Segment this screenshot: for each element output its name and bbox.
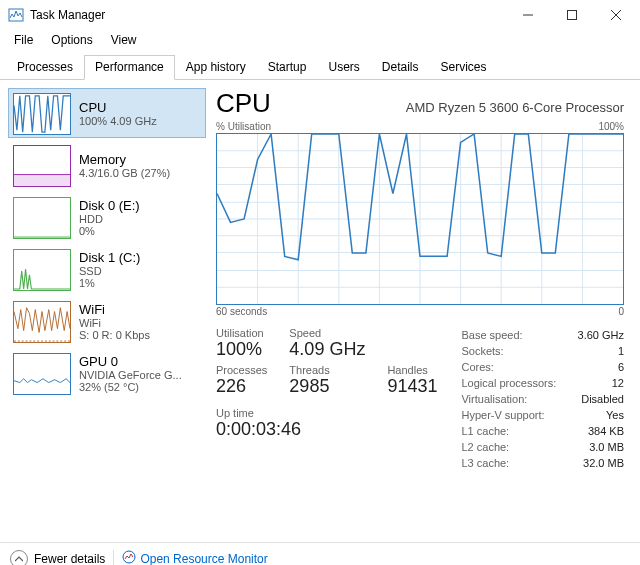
axis-bottom-right: 0 bbox=[618, 306, 624, 317]
resource-monitor-icon bbox=[122, 550, 136, 565]
cores-label: Cores: bbox=[461, 359, 493, 375]
l3-value: 32.0 MB bbox=[583, 455, 624, 471]
util-value: 100% bbox=[216, 339, 267, 360]
cpu-utilisation-chart[interactable] bbox=[216, 133, 624, 305]
base-speed-value: 3.60 GHz bbox=[578, 327, 624, 343]
logical-label: Logical processors: bbox=[461, 375, 556, 391]
sidebar-cpu-sub: 100% 4.09 GHz bbox=[79, 115, 157, 127]
minimize-button[interactable] bbox=[506, 0, 550, 30]
sidebar-gpu-title: GPU 0 bbox=[79, 354, 182, 369]
page-title: CPU bbox=[216, 88, 271, 119]
chevron-up-icon bbox=[10, 550, 28, 566]
tab-performance[interactable]: Performance bbox=[84, 55, 175, 80]
window-title: Task Manager bbox=[30, 8, 105, 22]
hnd-value: 91431 bbox=[387, 376, 437, 397]
sidebar-wifi-val: S: 0 R: 0 Kbps bbox=[79, 329, 150, 341]
fewer-details-button[interactable]: Fewer details bbox=[10, 550, 105, 566]
l1-value: 384 KB bbox=[588, 423, 624, 439]
disk0-thumb-icon bbox=[13, 197, 71, 239]
l2-value: 3.0 MB bbox=[589, 439, 624, 455]
sidebar-disk0-title: Disk 0 (E:) bbox=[79, 198, 140, 213]
sidebar-gpu-val: 32% (52 °C) bbox=[79, 381, 182, 393]
tab-processes[interactable]: Processes bbox=[6, 55, 84, 80]
hyperv-value: Yes bbox=[606, 407, 624, 423]
titlebar: Task Manager bbox=[0, 0, 640, 30]
logical-value: 12 bbox=[612, 375, 624, 391]
sidebar-wifi-sub: WiFi bbox=[79, 317, 150, 329]
open-resource-monitor-link[interactable]: Open Resource Monitor bbox=[122, 550, 267, 565]
sidebar-gpu-sub: NVIDIA GeForce G... bbox=[79, 369, 182, 381]
menu-options[interactable]: Options bbox=[43, 31, 100, 49]
sidebar-mem-title: Memory bbox=[79, 152, 170, 167]
gpu-thumb-icon bbox=[13, 353, 71, 395]
tab-startup[interactable]: Startup bbox=[257, 55, 318, 80]
maximize-button[interactable] bbox=[550, 0, 594, 30]
sidebar-item-memory[interactable]: Memory 4.3/16.0 GB (27%) bbox=[8, 140, 206, 190]
menu-view[interactable]: View bbox=[103, 31, 145, 49]
wifi-thumb-icon bbox=[13, 301, 71, 343]
sidebar-disk0-val: 0% bbox=[79, 225, 140, 237]
tab-apphistory[interactable]: App history bbox=[175, 55, 257, 80]
fewer-details-label: Fewer details bbox=[34, 552, 105, 566]
sidebar-mem-sub: 4.3/16.0 GB (27%) bbox=[79, 167, 170, 179]
thr-label: Threads bbox=[289, 364, 365, 376]
virt-value: Disabled bbox=[581, 391, 624, 407]
l3-label: L3 cache: bbox=[461, 455, 509, 471]
separator bbox=[113, 550, 114, 566]
svg-rect-2 bbox=[568, 11, 577, 20]
sidebar-wifi-title: WiFi bbox=[79, 302, 150, 317]
menu-file[interactable]: File bbox=[6, 31, 41, 49]
sidebar: CPU 100% 4.09 GHz Memory 4.3/16.0 GB (27… bbox=[0, 80, 206, 542]
hnd-label: Handles bbox=[387, 364, 437, 376]
menubar: File Options View bbox=[0, 30, 640, 50]
sidebar-item-wifi[interactable]: WiFi WiFi S: 0 R: 0 Kbps bbox=[8, 296, 206, 346]
l2-label: L2 cache: bbox=[461, 439, 509, 455]
uptime-value: 0:00:03:46 bbox=[216, 419, 437, 440]
speed-label: Speed bbox=[289, 327, 365, 339]
util-label: Utilisation bbox=[216, 327, 267, 339]
sidebar-cpu-title: CPU bbox=[79, 100, 157, 115]
uptime-label: Up time bbox=[216, 407, 437, 419]
cores-value: 6 bbox=[618, 359, 624, 375]
app-icon bbox=[8, 7, 24, 23]
disk1-thumb-icon bbox=[13, 249, 71, 291]
sidebar-item-gpu[interactable]: GPU 0 NVIDIA GeForce G... 32% (52 °C) bbox=[8, 348, 206, 398]
cpu-thumb-icon bbox=[13, 93, 71, 135]
sidebar-item-disk0[interactable]: Disk 0 (E:) HDD 0% bbox=[8, 192, 206, 242]
sidebar-disk1-title: Disk 1 (C:) bbox=[79, 250, 140, 265]
tab-details[interactable]: Details bbox=[371, 55, 430, 80]
close-button[interactable] bbox=[594, 0, 638, 30]
l1-label: L1 cache: bbox=[461, 423, 509, 439]
axis-bottom-left: 60 seconds bbox=[216, 306, 267, 317]
axis-top-left: % Utilisation bbox=[216, 121, 271, 132]
sockets-value: 1 bbox=[618, 343, 624, 359]
sockets-label: Sockets: bbox=[461, 343, 503, 359]
open-resource-monitor-label: Open Resource Monitor bbox=[140, 552, 267, 566]
tab-services[interactable]: Services bbox=[430, 55, 498, 80]
axis-top-right: 100% bbox=[598, 121, 624, 132]
speed-value: 4.09 GHz bbox=[289, 339, 365, 360]
virt-label: Virtualisation: bbox=[461, 391, 527, 407]
sidebar-disk0-sub: HDD bbox=[79, 213, 140, 225]
memory-thumb-icon bbox=[13, 145, 71, 187]
main-panel: CPU AMD Ryzen 5 3600 6-Core Processor % … bbox=[206, 80, 640, 542]
sidebar-item-cpu[interactable]: CPU 100% 4.09 GHz bbox=[8, 88, 206, 138]
cpu-info-list: Base speed:3.60 GHz Sockets:1 Cores:6 Lo… bbox=[461, 327, 624, 471]
hyperv-label: Hyper-V support: bbox=[461, 407, 544, 423]
sidebar-disk1-sub: SSD bbox=[79, 265, 140, 277]
proc-value: 226 bbox=[216, 376, 267, 397]
tabstrip: Processes Performance App history Startu… bbox=[0, 50, 640, 80]
sidebar-item-disk1[interactable]: Disk 1 (C:) SSD 1% bbox=[8, 244, 206, 294]
thr-value: 2985 bbox=[289, 376, 365, 397]
svg-rect-5 bbox=[14, 175, 70, 186]
sidebar-disk1-val: 1% bbox=[79, 277, 140, 289]
tab-users[interactable]: Users bbox=[317, 55, 370, 80]
base-speed-label: Base speed: bbox=[461, 327, 522, 343]
processor-name: AMD Ryzen 5 3600 6-Core Processor bbox=[406, 100, 624, 115]
footer: Fewer details Open Resource Monitor bbox=[0, 542, 640, 565]
proc-label: Processes bbox=[216, 364, 267, 376]
